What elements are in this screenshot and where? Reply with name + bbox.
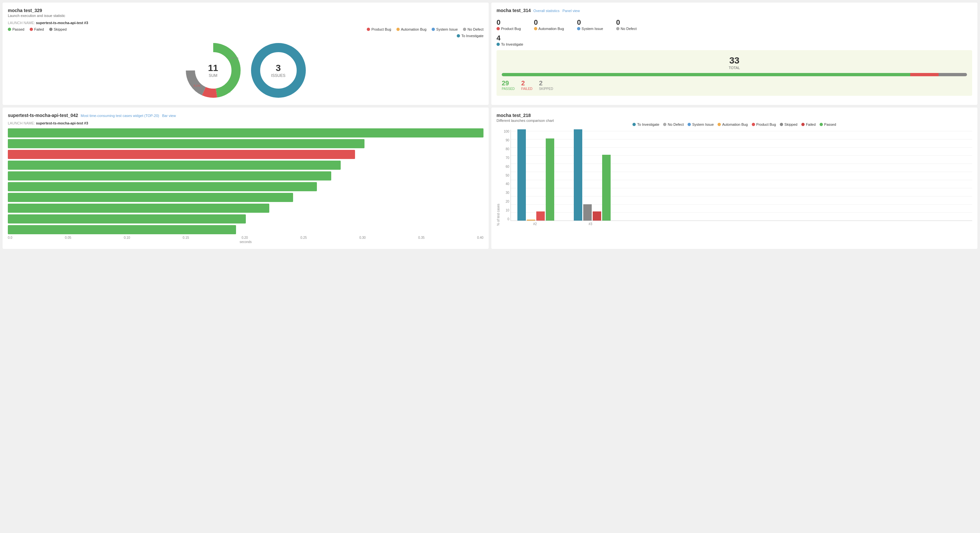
- bar-group-3: [574, 129, 611, 220]
- x-labels: #2 #3: [511, 221, 972, 226]
- bar-axis: 0.0 0.05 0.10 0.15 0.20 0.25 0.30 0.35 0…: [8, 236, 484, 240]
- automation-bug-stat: 0 Automation Bug: [534, 18, 564, 31]
- top-left-charts: 18.2% 9.1% 72.7% 11 SUM 100.0% 3 ISSUES: [8, 41, 484, 100]
- progress-bar: [502, 73, 967, 76]
- comp-bar-investigate-3: [574, 129, 582, 220]
- y-axis: 0 10 20 30 40 50 60 70 80 90 100: [501, 130, 511, 221]
- to-investigate-dot: [457, 34, 460, 38]
- top-right-title: mocha test_314: [496, 8, 531, 13]
- comp-bar-skipped-3: [583, 204, 592, 220]
- comp-bar-auto-2: [527, 220, 535, 220]
- bar-row: [8, 150, 484, 159]
- chart-content: #2 #3: [511, 130, 972, 226]
- top-left-subtitle: Launch execution and issue statistic: [8, 14, 484, 17]
- svg-text:72.7%: 72.7%: [222, 90, 231, 93]
- bottom-left-title: supertest-ts-mocha-api-test_042: [8, 113, 78, 118]
- comp-bar-passed-3: [602, 155, 611, 220]
- product-bug-dot: [367, 28, 370, 31]
- skipped-count: 2 SKIPPED: [539, 79, 553, 90]
- comp-bar-failed-3: [593, 211, 601, 220]
- bar-chart: [8, 128, 484, 234]
- failed-segment: [910, 73, 939, 76]
- top-right-panel: mocha test_314 Overall statistics Panel …: [491, 3, 977, 105]
- total-section: 33 TOTAL 29 PASSED 2 FAILED 2 SKIPPED: [496, 50, 972, 96]
- svg-text:9.1%: 9.1%: [193, 84, 200, 87]
- legend-system-issue: System Issue: [432, 27, 458, 31]
- to-investigate-stat: 4 To Investigate: [496, 34, 972, 46]
- skipped-segment: [939, 73, 967, 76]
- bar-row: [8, 128, 484, 138]
- bottom-left-subtitle: Most time-consuming test cases widget (T…: [81, 114, 176, 117]
- top-left-title: mocha test_329: [8, 8, 484, 13]
- passed-count: 29 PASSED: [502, 79, 515, 90]
- legend-passed: Passed: [8, 27, 24, 31]
- donut-sum: 18.2% 9.1% 72.7% 11 SUM: [184, 41, 243, 100]
- bottom-left-launch: LAUNCH NAME: supertest-ts-mocha-api-test…: [8, 121, 484, 125]
- failed-dot: [30, 28, 33, 31]
- bar-row: [8, 214, 484, 224]
- bottom-right-panel: mocha test_218 Different launches compar…: [491, 108, 977, 249]
- donut2-label: 3 ISSUES: [271, 63, 285, 78]
- product-bug-stat: 0 Product Bug: [496, 18, 521, 31]
- legend-failed: Failed: [30, 27, 44, 31]
- legend-no-defect: No Defect: [463, 27, 484, 31]
- legend-to-investigate: To Investigate: [457, 34, 484, 38]
- comparison-chart-area: % of test cases 0 10 20 30 40 50 60 70 8…: [496, 130, 972, 226]
- bottom-right-title: mocha test_218: [496, 113, 972, 118]
- skipped-dot: [49, 28, 52, 31]
- y-axis-label: % of test cases: [496, 130, 500, 226]
- failed-count: 2 FAILED: [521, 79, 532, 90]
- bar-view-link[interactable]: Bar view: [162, 114, 176, 117]
- x-axis-label: seconds: [8, 240, 484, 244]
- comp-bar-passed-2: [546, 138, 554, 220]
- top-left-legend1: Passed Failed Skipped Product Bug Automa…: [8, 27, 484, 31]
- stats-row: 0 Product Bug 0 Automation Bug 0 System …: [496, 18, 972, 31]
- no-defect-stat: 0 No Defect: [616, 18, 637, 31]
- system-issue-stat: 0 System Issue: [577, 18, 603, 31]
- panel-view-link[interactable]: Panel view: [562, 9, 580, 13]
- top-left-panel: mocha test_329 Launch execution and issu…: [3, 3, 489, 105]
- legend-product-bug: Product Bug: [367, 27, 391, 31]
- bar-row: [8, 171, 484, 181]
- bar-row: [8, 182, 484, 191]
- bar-row: [8, 204, 484, 213]
- legend-skipped: Skipped: [49, 27, 67, 31]
- legend-automation-bug: Automation Bug: [396, 27, 426, 31]
- top-left-launch: LAUNCH NAME: supertest-ts-mocha-api-test…: [8, 21, 484, 25]
- system-issue-dot: [432, 28, 435, 31]
- top-right-subtitle: Overall statistics Panel view: [533, 9, 580, 13]
- comparison-legend: To Investigate No Defect System Issue Au…: [496, 122, 972, 127]
- x-label-2: #2: [517, 222, 553, 226]
- bar-row: [8, 160, 484, 170]
- bar-row: [8, 225, 484, 234]
- comp-bar-investigate-2: [517, 129, 526, 220]
- bottom-left-panel: supertest-ts-mocha-api-test_042 Most tim…: [3, 108, 489, 249]
- passed-segment: [502, 73, 910, 76]
- svg-text:100.0%: 100.0%: [273, 90, 283, 93]
- donut1-label: 11 SUM: [208, 63, 218, 78]
- bottom-right-subtitle: Different launches comparison chart: [496, 119, 972, 122]
- bar-row: [8, 139, 484, 148]
- svg-text:18.2%: 18.2%: [230, 56, 239, 60]
- x-label-3: #3: [573, 222, 608, 226]
- bar-group-2: [517, 129, 554, 220]
- passed-stats: 29 PASSED 2 FAILED 2 SKIPPED: [502, 79, 967, 90]
- comp-bar-product-2: [536, 211, 545, 220]
- donut-issues: 100.0% 3 ISSUES: [249, 41, 308, 100]
- passed-dot: [8, 28, 11, 31]
- no-defect-dot: [463, 28, 466, 31]
- automation-bug-dot: [396, 28, 400, 31]
- bars-container: [511, 130, 972, 221]
- bar-row: [8, 193, 484, 202]
